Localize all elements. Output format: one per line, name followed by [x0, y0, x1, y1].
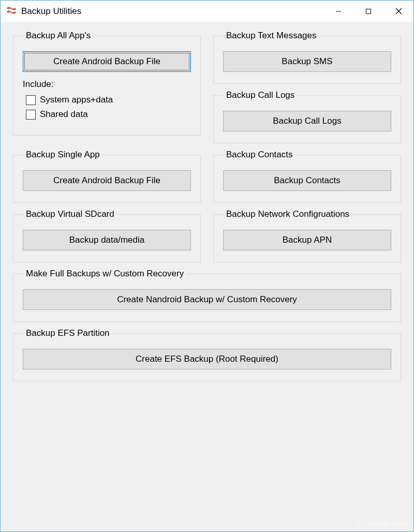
legend-backup-call-logs: Backup Call Logs: [224, 90, 297, 100]
legend-backup-network: Backup Network Configruations: [224, 209, 351, 219]
minimize-button[interactable]: [323, 1, 353, 22]
app-window: Backup Utilities Backup All App's Create…: [0, 0, 414, 532]
group-backup-virtual-sdcard: Backup Virtual SDcard Backup data/media: [13, 209, 201, 262]
legend-backup-contacts: Backup Contacts: [224, 150, 295, 160]
backup-data-media-button[interactable]: Backup data/media: [23, 230, 191, 250]
app-icon: [6, 6, 17, 17]
include-label: Include:: [23, 79, 191, 90]
legend-backup-virtual-sdcard: Backup Virtual SDcard: [24, 209, 116, 219]
window-controls: [323, 1, 413, 22]
checkbox-shared-data-label: Shared data: [40, 109, 88, 120]
close-button[interactable]: [383, 1, 413, 22]
create-efs-backup-button[interactable]: Create EFS Backup (Root Required): [23, 349, 391, 370]
create-android-backup-all-button[interactable]: Create Android Backup File: [23, 51, 191, 72]
legend-backup-single-app: Backup Single App: [24, 150, 102, 160]
legend-backup-all-apps: Backup All App's: [24, 31, 93, 41]
legend-backup-text-messages: Backup Text Messages: [224, 31, 319, 41]
group-backup-contacts: Backup Contacts Backup Contacts: [213, 150, 401, 203]
window-title: Backup Utilities: [21, 6, 323, 17]
checkbox-shared-data[interactable]: Shared data: [26, 109, 191, 120]
legend-full-backups: Make Full Backups w/ Custom Recovery: [24, 269, 186, 279]
titlebar: Backup Utilities: [1, 1, 413, 22]
group-backup-call-logs: Backup Call Logs Backup Call Logs: [213, 90, 401, 143]
checkbox-system-apps[interactable]: System apps+data: [26, 95, 191, 105]
backup-sms-button[interactable]: Backup SMS: [223, 51, 391, 72]
group-full-backups: Make Full Backups w/ Custom Recovery Cre…: [13, 269, 401, 322]
group-backup-all-apps: Backup All App's Create Android Backup F…: [13, 31, 201, 136]
legend-backup-efs: Backup EFS Partition: [24, 328, 112, 338]
group-backup-single-app: Backup Single App Create Android Backup …: [13, 150, 201, 203]
backup-call-logs-button[interactable]: Backup Call Logs: [223, 111, 391, 131]
group-backup-efs: Backup EFS Partition Create EFS Backup (…: [13, 328, 401, 381]
checkbox-system-apps-label: System apps+data: [40, 95, 113, 105]
create-nandroid-backup-button[interactable]: Create Nandroid Backup w/ Custom Recover…: [23, 289, 391, 310]
checkbox-icon: [26, 95, 36, 105]
client-area: Backup All App's Create Android Backup F…: [1, 22, 413, 531]
svg-rect-1: [366, 9, 371, 13]
checkbox-icon: [26, 110, 36, 120]
backup-contacts-button[interactable]: Backup Contacts: [223, 170, 391, 191]
maximize-button[interactable]: [353, 1, 383, 22]
backup-apn-button[interactable]: Backup APN: [223, 230, 391, 250]
create-android-backup-single-button[interactable]: Create Android Backup File: [23, 170, 191, 191]
group-backup-network: Backup Network Configruations Backup APN: [213, 209, 401, 262]
group-backup-text-messages: Backup Text Messages Backup SMS: [213, 31, 401, 84]
